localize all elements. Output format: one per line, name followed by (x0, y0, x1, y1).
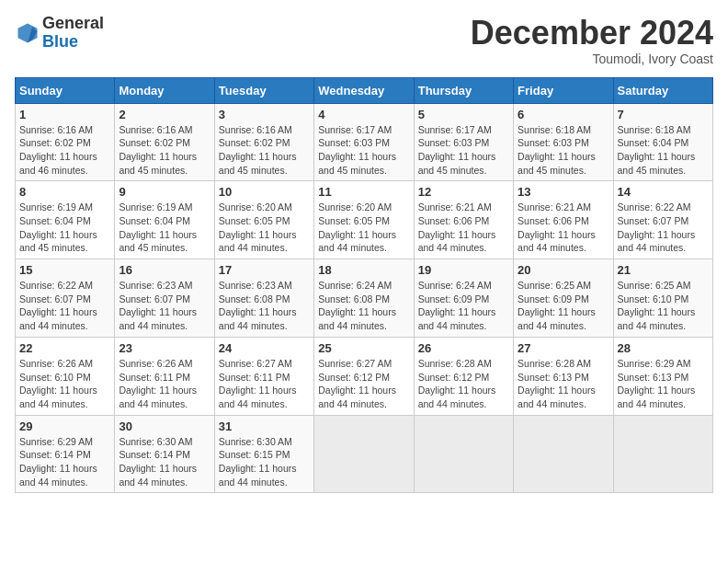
day-info: Sunrise: 6:28 AM Sunset: 6:13 PM Dayligh… (518, 357, 609, 411)
day-info: Sunrise: 6:25 AM Sunset: 6:10 PM Dayligh… (618, 279, 709, 333)
calendar-cell: 10Sunrise: 6:20 AM Sunset: 6:05 PM Dayli… (214, 181, 313, 259)
day-info: Sunrise: 6:17 AM Sunset: 6:03 PM Dayligh… (418, 123, 509, 178)
logo-general-text: General (42, 14, 104, 32)
calendar-header-row: SundayMondayTuesdayWednesdayThursdayFrid… (16, 77, 713, 103)
day-number: 14 (618, 185, 709, 199)
calendar-cell: 13Sunrise: 6:21 AM Sunset: 6:06 PM Dayli… (514, 181, 613, 259)
day-number: 8 (19, 185, 110, 199)
day-info: Sunrise: 6:26 AM Sunset: 6:10 PM Dayligh… (19, 357, 110, 411)
day-number: 28 (618, 341, 709, 355)
day-number: 29 (19, 419, 110, 433)
day-number: 21 (618, 263, 709, 277)
calendar-week-row: 22Sunrise: 6:26 AM Sunset: 6:10 PM Dayli… (16, 337, 713, 415)
calendar-table: SundayMondayTuesdayWednesdayThursdayFrid… (15, 77, 713, 494)
day-number: 26 (418, 341, 509, 355)
calendar-cell: 27Sunrise: 6:28 AM Sunset: 6:13 PM Dayli… (514, 337, 613, 415)
calendar-cell: 31Sunrise: 6:30 AM Sunset: 6:15 PM Dayli… (214, 415, 313, 493)
day-info: Sunrise: 6:20 AM Sunset: 6:05 PM Dayligh… (219, 201, 310, 255)
day-info: Sunrise: 6:19 AM Sunset: 6:04 PM Dayligh… (119, 201, 210, 255)
location-subtitle: Toumodi, Ivory Coast (471, 52, 713, 66)
calendar-cell: 21Sunrise: 6:25 AM Sunset: 6:10 PM Dayli… (613, 259, 712, 338)
day-info: Sunrise: 6:18 AM Sunset: 6:03 PM Dayligh… (518, 123, 609, 178)
calendar-cell: 30Sunrise: 6:30 AM Sunset: 6:14 PM Dayli… (115, 415, 214, 493)
day-info: Sunrise: 6:16 AM Sunset: 6:02 PM Dayligh… (19, 123, 110, 178)
calendar-cell: 23Sunrise: 6:26 AM Sunset: 6:11 PM Dayli… (115, 337, 214, 415)
day-info: Sunrise: 6:16 AM Sunset: 6:02 PM Dayligh… (219, 123, 310, 178)
day-number: 20 (518, 263, 609, 277)
day-info: Sunrise: 6:23 AM Sunset: 6:08 PM Dayligh… (219, 279, 310, 333)
day-number: 27 (518, 341, 609, 355)
day-info: Sunrise: 6:22 AM Sunset: 6:07 PM Dayligh… (618, 201, 709, 255)
calendar-cell: 4Sunrise: 6:17 AM Sunset: 6:03 PM Daylig… (314, 103, 414, 181)
logo-blue-text: Blue (42, 32, 78, 51)
day-info: Sunrise: 6:24 AM Sunset: 6:08 PM Dayligh… (318, 279, 409, 333)
calendar-cell: 19Sunrise: 6:24 AM Sunset: 6:09 PM Dayli… (414, 259, 513, 338)
calendar-week-row: 29Sunrise: 6:29 AM Sunset: 6:14 PM Dayli… (16, 415, 713, 493)
calendar-cell: 2Sunrise: 6:16 AM Sunset: 6:02 PM Daylig… (115, 103, 214, 181)
day-info: Sunrise: 6:27 AM Sunset: 6:11 PM Dayligh… (219, 357, 310, 411)
day-number: 23 (119, 341, 210, 355)
day-number: 6 (518, 108, 609, 121)
day-info: Sunrise: 6:30 AM Sunset: 6:15 PM Dayligh… (219, 435, 310, 489)
logo-icon (15, 20, 40, 46)
day-info: Sunrise: 6:23 AM Sunset: 6:07 PM Dayligh… (119, 279, 210, 333)
day-info: Sunrise: 6:18 AM Sunset: 6:04 PM Dayligh… (618, 123, 709, 178)
day-header-saturday: Saturday (613, 77, 712, 103)
day-number: 17 (219, 263, 310, 277)
calendar-cell (414, 415, 513, 493)
day-info: Sunrise: 6:16 AM Sunset: 6:02 PM Dayligh… (119, 123, 210, 178)
logo: General Blue (15, 15, 104, 52)
day-number: 4 (318, 108, 409, 121)
day-number: 15 (19, 263, 110, 277)
calendar-cell: 22Sunrise: 6:26 AM Sunset: 6:10 PM Dayli… (16, 337, 115, 415)
day-info: Sunrise: 6:29 AM Sunset: 6:13 PM Dayligh… (618, 357, 709, 411)
day-header-thursday: Thursday (414, 77, 513, 103)
day-info: Sunrise: 6:21 AM Sunset: 6:06 PM Dayligh… (518, 201, 609, 255)
day-number: 22 (19, 341, 110, 355)
calendar-cell: 24Sunrise: 6:27 AM Sunset: 6:11 PM Dayli… (214, 337, 313, 415)
calendar-cell: 16Sunrise: 6:23 AM Sunset: 6:07 PM Dayli… (115, 259, 214, 338)
calendar-cell: 14Sunrise: 6:22 AM Sunset: 6:07 PM Dayli… (613, 181, 712, 259)
day-number: 25 (318, 341, 409, 355)
day-number: 18 (318, 263, 409, 277)
day-info: Sunrise: 6:22 AM Sunset: 6:07 PM Dayligh… (19, 279, 110, 333)
day-info: Sunrise: 6:28 AM Sunset: 6:12 PM Dayligh… (418, 357, 509, 411)
day-number: 10 (219, 185, 310, 199)
calendar-cell: 12Sunrise: 6:21 AM Sunset: 6:06 PM Dayli… (414, 181, 513, 259)
day-number: 12 (418, 185, 509, 199)
day-number: 24 (219, 341, 310, 355)
title-block: December 2024 Toumodi, Ivory Coast (471, 15, 713, 66)
day-number: 7 (618, 108, 709, 121)
calendar-cell: 9Sunrise: 6:19 AM Sunset: 6:04 PM Daylig… (115, 181, 214, 259)
day-info: Sunrise: 6:21 AM Sunset: 6:06 PM Dayligh… (418, 201, 509, 255)
calendar-week-row: 8Sunrise: 6:19 AM Sunset: 6:04 PM Daylig… (16, 181, 713, 259)
calendar-cell: 25Sunrise: 6:27 AM Sunset: 6:12 PM Dayli… (314, 337, 414, 415)
day-header-tuesday: Tuesday (214, 77, 313, 103)
day-number: 13 (518, 185, 609, 199)
day-number: 3 (219, 108, 310, 121)
day-number: 19 (418, 263, 509, 277)
calendar-week-row: 15Sunrise: 6:22 AM Sunset: 6:07 PM Dayli… (16, 259, 713, 338)
day-header-friday: Friday (514, 77, 613, 103)
day-number: 31 (219, 419, 310, 433)
day-info: Sunrise: 6:30 AM Sunset: 6:14 PM Dayligh… (119, 435, 210, 489)
page-header: General Blue December 2024 Toumodi, Ivor… (15, 15, 713, 66)
day-info: Sunrise: 6:24 AM Sunset: 6:09 PM Dayligh… (418, 279, 509, 333)
calendar-cell (314, 415, 414, 493)
calendar-cell: 5Sunrise: 6:17 AM Sunset: 6:03 PM Daylig… (414, 103, 513, 181)
month-title: December 2024 (471, 15, 713, 52)
calendar-cell: 20Sunrise: 6:25 AM Sunset: 6:09 PM Dayli… (514, 259, 613, 338)
calendar-cell (613, 415, 712, 493)
calendar-cell: 8Sunrise: 6:19 AM Sunset: 6:04 PM Daylig… (16, 181, 115, 259)
calendar-cell: 17Sunrise: 6:23 AM Sunset: 6:08 PM Dayli… (214, 259, 313, 338)
calendar-cell: 11Sunrise: 6:20 AM Sunset: 6:05 PM Dayli… (314, 181, 414, 259)
calendar-cell: 15Sunrise: 6:22 AM Sunset: 6:07 PM Dayli… (16, 259, 115, 338)
day-info: Sunrise: 6:19 AM Sunset: 6:04 PM Dayligh… (19, 201, 110, 255)
day-number: 16 (119, 263, 210, 277)
day-number: 9 (119, 185, 210, 199)
calendar-cell: 6Sunrise: 6:18 AM Sunset: 6:03 PM Daylig… (514, 103, 613, 181)
day-info: Sunrise: 6:29 AM Sunset: 6:14 PM Dayligh… (19, 435, 110, 489)
calendar-cell: 28Sunrise: 6:29 AM Sunset: 6:13 PM Dayli… (613, 337, 712, 415)
calendar-cell: 1Sunrise: 6:16 AM Sunset: 6:02 PM Daylig… (16, 103, 115, 181)
calendar-cell (514, 415, 613, 493)
